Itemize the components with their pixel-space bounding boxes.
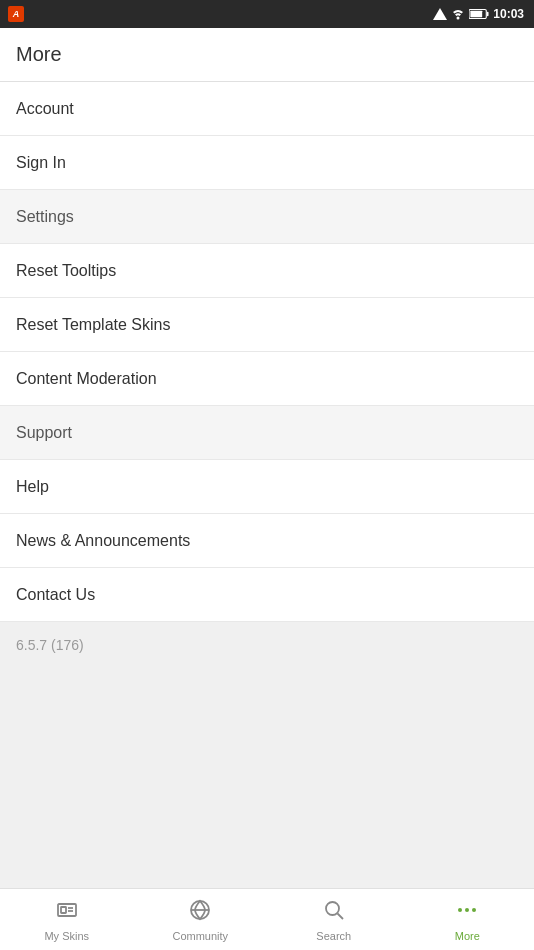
menu-item-label-news-announcements: News & Announcements <box>16 532 190 550</box>
community-icon <box>188 898 212 927</box>
menu-item-label-sign-in: Sign In <box>16 154 66 172</box>
svg-marker-0 <box>433 8 447 20</box>
menu-item-settings[interactable]: Settings <box>0 190 534 244</box>
more-icon <box>455 898 479 927</box>
version-text: 6.5.7 (176) <box>16 637 84 653</box>
search-icon <box>322 898 346 927</box>
menu-item-label-settings: Settings <box>16 208 74 226</box>
my-skins-icon <box>55 898 79 927</box>
menu-item-label-account: Account <box>16 100 74 118</box>
menu-item-label-reset-tooltips: Reset Tooltips <box>16 262 116 280</box>
menu-item-label-support: Support <box>16 424 72 442</box>
menu-item-help[interactable]: Help <box>0 460 534 514</box>
nav-item-community[interactable]: Community <box>134 889 268 950</box>
nav-item-my-skins[interactable]: My Skins <box>0 889 134 950</box>
status-bar-right: 10:03 <box>433 7 524 21</box>
menu-item-label-contact-us: Contact Us <box>16 586 95 604</box>
menu-item-label-content-moderation: Content Moderation <box>16 370 157 388</box>
menu-item-news-announcements[interactable]: News & Announcements <box>0 514 534 568</box>
nav-item-more[interactable]: More <box>401 889 535 950</box>
bottom-nav: My SkinsCommunitySearchMore <box>0 888 534 950</box>
svg-point-11 <box>326 902 339 915</box>
menu-item-reset-template-skins[interactable]: Reset Template Skins <box>0 298 534 352</box>
status-time: 10:03 <box>493 7 524 21</box>
menu-item-reset-tooltips[interactable]: Reset Tooltips <box>0 244 534 298</box>
nav-label-my-skins: My Skins <box>44 930 89 942</box>
menu-item-account[interactable]: Account <box>0 82 534 136</box>
menu-item-label-help: Help <box>16 478 49 496</box>
menu-item-support[interactable]: Support <box>0 406 534 460</box>
nav-label-more: More <box>455 930 480 942</box>
svg-rect-6 <box>61 907 66 913</box>
menu-list: AccountSign InSettingsReset TooltipsRese… <box>0 82 534 622</box>
menu-item-label-reset-template-skins: Reset Template Skins <box>16 316 170 334</box>
svg-point-1 <box>457 17 460 20</box>
nav-label-search: Search <box>316 930 351 942</box>
status-bar: A 10:03 <box>0 0 534 28</box>
battery-icon <box>469 8 489 20</box>
svg-point-15 <box>472 908 476 912</box>
page-title: More <box>16 43 62 66</box>
menu-item-contact-us[interactable]: Contact Us <box>0 568 534 622</box>
adobe-icon: A <box>8 6 24 22</box>
svg-rect-3 <box>487 12 489 17</box>
svg-rect-4 <box>471 11 483 17</box>
svg-line-12 <box>337 913 343 919</box>
svg-point-13 <box>458 908 462 912</box>
version-area: 6.5.7 (176) <box>0 622 534 888</box>
app-header: More <box>0 28 534 82</box>
menu-item-sign-in[interactable]: Sign In <box>0 136 534 190</box>
nav-label-community: Community <box>172 930 228 942</box>
wifi-icon <box>451 8 465 20</box>
signal-icon <box>433 8 447 20</box>
menu-item-content-moderation[interactable]: Content Moderation <box>0 352 534 406</box>
nav-item-search[interactable]: Search <box>267 889 401 950</box>
status-bar-left: A <box>8 6 24 22</box>
main-content: More AccountSign InSettingsReset Tooltip… <box>0 28 534 888</box>
svg-point-14 <box>465 908 469 912</box>
